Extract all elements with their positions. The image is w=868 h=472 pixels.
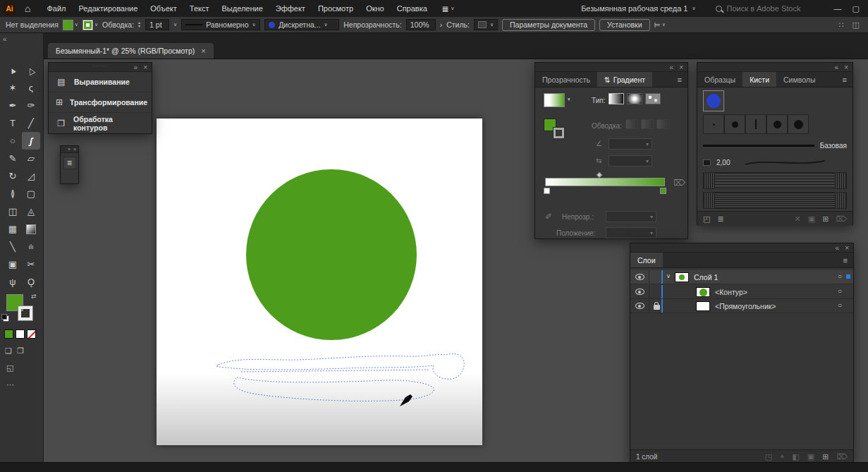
curvature-tool[interactable]: ✑ <box>22 97 40 114</box>
target-circle-icon[interactable]: ○ <box>838 287 842 295</box>
menu-object[interactable]: Объект <box>144 0 183 17</box>
eraser-tool[interactable]: ▱ <box>22 150 40 167</box>
close-panel-icon[interactable]: × <box>143 63 147 72</box>
panel-menu-button[interactable]: ≡ <box>63 157 76 169</box>
pattern-brush-item[interactable] <box>703 172 847 189</box>
pencil-tool[interactable]: ✎ <box>4 150 22 167</box>
locate-object-icon[interactable]: ⌖ <box>780 452 784 461</box>
gradient-stroke-indicator[interactable] <box>554 128 564 138</box>
brush-item[interactable] <box>703 114 724 134</box>
brush-item[interactable] <box>724 114 745 134</box>
layer-thumbnail[interactable] <box>675 272 689 282</box>
pathfinder-panel-tab[interactable]: ❐ Обработка контуров <box>49 113 152 133</box>
stroke-color-swatch[interactable] <box>82 20 93 30</box>
layer-name[interactable]: Слой 1 <box>694 273 718 282</box>
close-panel-icon[interactable]: × <box>844 63 848 72</box>
stroke-along-button[interactable] <box>641 119 654 129</box>
magic-wand-tool[interactable]: ✶ <box>4 79 22 97</box>
fill-color-swatch[interactable] <box>63 20 73 30</box>
swap-fill-stroke-icon[interactable]: ⇄ <box>31 293 37 300</box>
gradient-preset-caret[interactable]: ▾ <box>568 97 570 102</box>
rectangle-thumbnail[interactable] <box>696 301 710 311</box>
preferences-button[interactable]: Установки <box>599 19 649 31</box>
width-profile-brush-row[interactable]: 2,00 <box>703 155 847 169</box>
new-layer-icon[interactable]: ⊞ <box>822 452 829 461</box>
panel-grip[interactable]: ······ <box>92 61 108 71</box>
panel-menu-icon[interactable]: ≡ <box>838 253 853 267</box>
width-profile-dropdown[interactable]: Равномерно ∨ <box>181 19 260 30</box>
collapse-panel-icon[interactable]: « <box>670 63 674 72</box>
brush-libraries-icon[interactable]: ◰ <box>703 214 710 224</box>
transform-panel-tab[interactable]: ⊞ Трансформирование <box>49 92 152 113</box>
brush-item-selected[interactable] <box>703 90 724 111</box>
close-panel-icon[interactable]: × <box>73 145 76 154</box>
brush-item[interactable] <box>745 114 766 134</box>
delete-stop-icon[interactable]: ⌦ <box>673 178 685 188</box>
panel-menu-icon[interactable]: ≡ <box>837 72 852 87</box>
gradient-stop-white[interactable] <box>544 188 550 194</box>
collect-for-export-icon[interactable]: ◳ <box>765 452 772 461</box>
paintbrush-tool[interactable]: ʃ <box>22 132 40 150</box>
color-mode-none[interactable] <box>27 329 36 339</box>
layer-row-path[interactable]: <Контур> ○ <box>630 285 853 299</box>
delete-brush-icon[interactable]: ⌦ <box>836 214 847 224</box>
gradient-midpoint-stop[interactable] <box>597 172 602 178</box>
opacity-value[interactable]: 100% <box>406 19 436 30</box>
lock-toggle[interactable] <box>649 285 661 298</box>
color-mode-color[interactable] <box>4 329 13 339</box>
delete-layer-icon[interactable]: ⌦ <box>836 452 848 461</box>
stroke-color-dropdown[interactable]: ∨ <box>82 20 98 30</box>
screen-mode-icon[interactable]: ◱ <box>6 363 13 373</box>
minimize-button[interactable]: — <box>834 4 842 13</box>
aspect-ratio-dropdown[interactable]: ▾ <box>609 155 652 167</box>
pen-tool[interactable]: ✒ <box>4 97 22 114</box>
new-brush-icon[interactable]: ⊞ <box>822 214 829 224</box>
menu-edit[interactable]: Редактирование <box>73 0 145 17</box>
arrange-documents-dropdown[interactable]: ▦ ∨ <box>442 5 455 13</box>
gradient-slider[interactable] <box>545 178 665 186</box>
slice-tool[interactable]: ✂ <box>22 255 40 273</box>
panel-options-dropdown[interactable]: ⊨ ∨ <box>654 20 666 29</box>
tab-gradient[interactable]: ⇅ Градиент <box>597 72 652 87</box>
fill-color-dropdown[interactable]: ∨ <box>63 20 78 30</box>
brush-definition-dropdown[interactable]: Дискретна... ∨ <box>264 19 339 30</box>
align-panel-tab[interactable]: ▤ Выравнивание <box>49 72 152 92</box>
collapse-tools-icon[interactable]: « <box>3 35 7 43</box>
type-tool[interactable]: T <box>4 114 22 132</box>
menu-type[interactable]: Текст <box>183 0 216 17</box>
document-setup-button[interactable]: Параметры документа <box>502 19 595 31</box>
direct-selection-tool[interactable]: △ <box>22 61 40 79</box>
menu-effect[interactable]: Эффект <box>269 0 312 17</box>
draw-normal-icon[interactable]: ❏ <box>5 346 12 356</box>
radial-gradient-button[interactable] <box>627 93 642 104</box>
stock-search[interactable] <box>716 4 810 13</box>
target-circle-icon[interactable]: ○ <box>838 272 842 280</box>
lock-toggle[interactable] <box>649 270 661 284</box>
freeform-gradient-button[interactable] <box>645 93 661 104</box>
close-panel-icon[interactable]: × <box>845 243 849 253</box>
tab-symbols[interactable]: Символы <box>776 72 822 87</box>
collapse-panel-icon[interactable]: « <box>835 63 839 72</box>
stroke-color-indicator[interactable] <box>18 306 32 320</box>
lasso-tool[interactable]: ς <box>22 79 40 97</box>
dock-panels-icon[interactable]: ◫ <box>852 20 860 30</box>
perspective-grid-tool[interactable]: ◬ <box>22 202 40 220</box>
home-icon[interactable]: ⌂ <box>25 3 30 14</box>
panel-menu-icon[interactable]: ≡ <box>672 72 687 87</box>
eyedropper-icon[interactable]: ✐ <box>545 212 552 222</box>
document-tab[interactable]: Безымянный-1* @ 25% (RGB/Просмотр) × <box>48 43 214 59</box>
ellipse-tool[interactable]: ○ <box>4 132 22 150</box>
line-segment-tool[interactable]: ╱ <box>22 114 40 132</box>
column-graph-tool[interactable]: ılı <box>22 238 40 255</box>
tab-brushes[interactable]: Кисти <box>742 72 776 87</box>
tab-layers[interactable]: Слои <box>630 253 663 267</box>
collapse-panel-icon[interactable]: » <box>68 145 71 154</box>
eyedropper-tool[interactable]: ╲ <box>4 238 22 255</box>
stop-opacity-dropdown[interactable]: ▾ <box>606 211 656 222</box>
width-tool[interactable]: ≬ <box>4 185 22 202</box>
menu-window[interactable]: Окно <box>360 0 391 17</box>
restore-button[interactable]: ▢ <box>852 4 860 13</box>
app-logo-icon[interactable]: Ai <box>4 3 16 15</box>
collapse-panel-icon[interactable]: » <box>134 63 138 72</box>
rectangle-name[interactable]: <Прямоугольник> <box>715 302 776 310</box>
